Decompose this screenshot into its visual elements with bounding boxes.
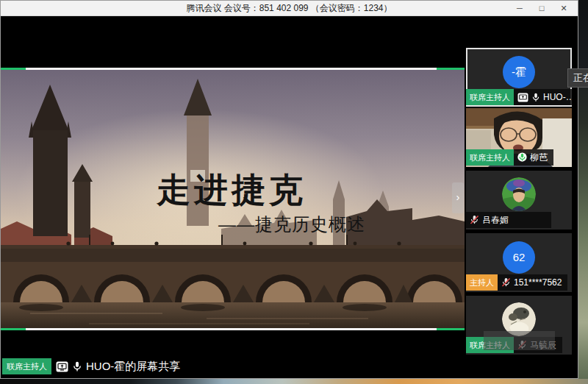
microphone-icon — [72, 361, 82, 372]
screen-share-icon — [517, 93, 528, 102]
titlebar[interactable]: 腾讯会议 会议号：851 402 099 （会议密码：1234） ─ □ ✕ — [1, 1, 578, 16]
host-badge: 主持人 — [466, 274, 498, 291]
avatar-image — [502, 177, 536, 211]
chevron-right-icon: › — [456, 191, 460, 203]
participant-name: 吕春媚 — [482, 214, 509, 227]
slide-subtitle: ——捷克历史概述 — [218, 213, 365, 236]
hover-overlay — [484, 331, 555, 350]
tencent-meeting-screen: 腾讯会议 会议号：851 402 099 （会议密码：1234） ─ □ ✕ — [0, 0, 588, 384]
sharing-indicator-tooltip: 正在 — [567, 68, 588, 88]
participant-thumb-huo[interactable]: -霍 联席主持人 — [466, 48, 572, 107]
meeting-window: 腾讯会议 会议号：851 402 099 （会议密码：1234） ─ □ ✕ — [0, 0, 578, 379]
microphone-muted-icon — [470, 215, 479, 225]
meeting-main-area: 走进捷克 ——捷克历史概述 › 联席主持人 — [1, 16, 578, 378]
screen-share-icon — [56, 361, 68, 372]
participant-name: 151****7562 — [514, 277, 562, 288]
slide-title: 走进捷克 — [157, 168, 306, 213]
participant-thumb-mayuchen[interactable]: 联席主持人 马毓辰 — [466, 296, 572, 355]
close-button[interactable]: ✕ — [553, 1, 575, 16]
minimize-button[interactable]: ─ — [509, 1, 531, 16]
background-window-sliver-right — [578, 0, 588, 384]
sidebar-collapse-handle[interactable]: › — [452, 182, 464, 213]
sharer-status-row: 联席主持人 — [2, 358, 184, 374]
sharer-label: HUO-霍的屏幕共享 — [86, 360, 180, 374]
participant-name: 柳芭 — [530, 152, 548, 164]
share-border-bottom — [1, 328, 465, 330]
window-controls: ─ □ ✕ — [509, 1, 575, 16]
background-window-sliver-bottom — [0, 379, 588, 384]
avatar-initial: -霍 — [503, 56, 535, 88]
shared-screen-view: 走进捷克 ——捷克历史概述 — [1, 68, 465, 330]
share-border-top — [1, 68, 465, 70]
participant-thumb-host[interactable]: 62 主持人 151****7562 — [466, 233, 572, 292]
microphone-active-icon — [517, 152, 527, 163]
avatar-initial: 62 — [503, 241, 535, 274]
window-title: 腾讯会议 会议号：851 402 099 （会议密码：1234） — [1, 1, 578, 16]
participant-thumb-lvchunmei[interactable]: 吕春媚 — [466, 171, 572, 230]
participant-thumb-liuba[interactable]: 联席主持人 柳芭 — [466, 108, 572, 167]
cohost-badge: 联席主持人 — [466, 89, 514, 105]
microphone-muted-icon — [501, 277, 511, 288]
cohost-badge: 联席主持人 — [2, 358, 51, 374]
maximize-button[interactable]: □ — [531, 1, 553, 16]
participant-name: HUO-… — [543, 92, 572, 102]
microphone-icon — [531, 93, 540, 102]
cohost-badge: 联席主持人 — [466, 149, 514, 166]
